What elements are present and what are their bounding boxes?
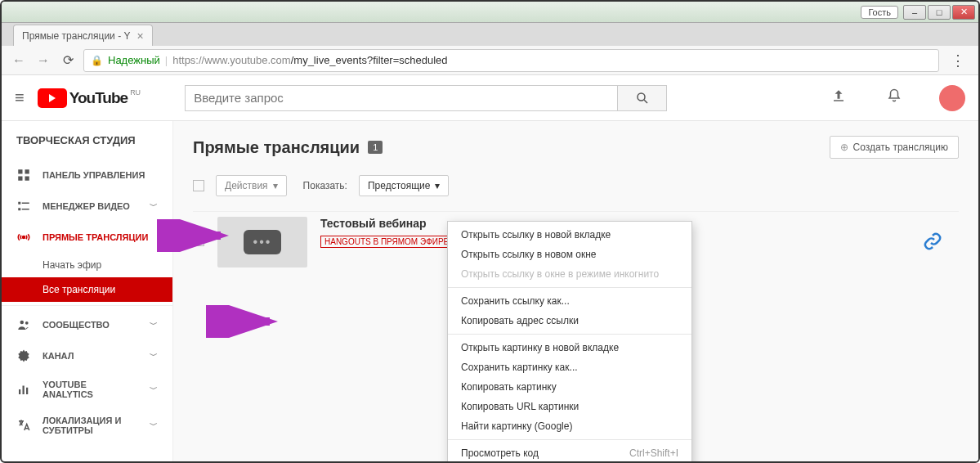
ctx-open-new-window[interactable]: Открыть ссылку в новом окне — [448, 245, 691, 264]
browser-menu-button[interactable]: ⋮ — [946, 52, 970, 70]
gear-icon — [16, 348, 31, 363]
ctx-open-new-tab[interactable]: Открыть ссылку в новой вкладке — [448, 225, 691, 245]
placeholder-icon: ••• — [244, 230, 281, 254]
window-titlebar: Гость – □ ✕ — [2, 2, 978, 23]
avatar[interactable] — [939, 85, 965, 111]
caret-down-icon: ▾ — [435, 180, 440, 191]
sidebar-label: СООБЩЕСТВО — [43, 320, 110, 330]
region-code: RU — [130, 88, 141, 97]
svg-point-11 — [23, 236, 25, 239]
filter-dropdown[interactable]: Предстоящие▾ — [359, 175, 450, 196]
sidebar-item-live[interactable]: ПРЯМЫЕ ТРАНСЛЯЦИИ — [2, 222, 172, 253]
sidebar-sub-all[interactable]: Все трансляции — [2, 277, 172, 302]
create-label: Создать трансляцию — [853, 142, 948, 153]
svg-line-1 — [644, 100, 647, 103]
ctx-save-link[interactable]: Сохранить ссылку как... — [448, 291, 691, 311]
browser-tab[interactable]: Прямые трансляции - Y × — [13, 25, 153, 46]
live-icon — [16, 230, 31, 245]
ctx-copy-image-url[interactable]: Копировать URL картинки — [448, 397, 691, 416]
close-window-button[interactable]: ✕ — [952, 5, 975, 20]
dashboard-icon — [16, 168, 31, 182]
thumbnail[interactable]: ••• — [217, 217, 307, 267]
plus-icon: ⊕ — [840, 142, 848, 153]
svg-rect-8 — [22, 203, 29, 205]
ctx-find-image[interactable]: Найти картинку (Google) — [448, 416, 691, 436]
toolbar: ← → ⟳ 🔒 Надежный | https://www.youtube.c… — [2, 46, 978, 75]
svg-rect-2 — [834, 100, 844, 101]
ctx-open-image-tab[interactable]: Открыть картинку в новой вкладке — [448, 338, 691, 357]
select-all-checkbox[interactable] — [193, 180, 204, 191]
sidebar: ТВОРЧЕСКАЯ СТУДИЯ ПАНЕЛЬ УПРАВЛЕНИЯ МЕНЕ… — [2, 121, 173, 463]
sidebar-label: ЛОКАЛИЗАЦИЯ И СУБТИТРЫ — [43, 416, 138, 435]
link-icon[interactable] — [923, 232, 942, 255]
ctx-copy-link-address[interactable]: Копировать адрес ссылки — [448, 311, 691, 330]
guest-badge[interactable]: Гость — [861, 6, 898, 19]
hangouts-live-badge: HANGOUTS В ПРЯМОМ ЭФИРЕ — [320, 236, 453, 248]
sidebar-title: ТВОРЧЕСКАЯ СТУДИЯ — [2, 121, 172, 160]
search-button[interactable] — [618, 85, 667, 111]
youtube-logo[interactable]: YouTube RU — [38, 88, 139, 108]
context-menu: Открыть ссылку в новой вкладке Открыть с… — [447, 221, 692, 463]
show-label: Показать: — [303, 180, 347, 191]
minimize-button[interactable]: – — [903, 5, 926, 20]
back-button[interactable]: ← — [10, 52, 28, 70]
svg-rect-7 — [18, 202, 20, 205]
chevron-down-icon: ﹀ — [150, 319, 158, 330]
sidebar-label: МЕНЕДЖЕР ВИДЕО — [43, 201, 130, 211]
svg-rect-17 — [26, 388, 28, 394]
secure-label: Надежный — [108, 54, 160, 66]
chevron-down-icon: ﹀ — [150, 350, 158, 362]
reload-button[interactable]: ⟳ — [59, 52, 77, 70]
chevron-down-icon: ﹀ — [150, 200, 158, 212]
sidebar-item-analytics[interactable]: YOUTUBE ANALYTICS ﹀ — [2, 371, 172, 407]
notifications-icon[interactable] — [887, 88, 906, 107]
sidebar-sub-start[interactable]: Начать эфир — [2, 253, 172, 277]
count-badge: 1 — [368, 141, 383, 154]
tab-title: Прямые трансляции - Y — [22, 30, 130, 42]
chevron-down-icon: ﹀ — [150, 420, 158, 431]
create-stream-button[interactable]: ⊕ Создать трансляцию — [830, 136, 959, 159]
play-icon — [38, 88, 67, 108]
maximize-button[interactable]: □ — [928, 5, 951, 20]
ctx-open-incognito: Открыть ссылку в окне в режиме инкогнито — [448, 264, 691, 284]
search-icon — [635, 91, 650, 106]
svg-point-13 — [25, 321, 29, 325]
community-icon — [16, 317, 31, 332]
svg-rect-6 — [25, 177, 29, 181]
menu-icon[interactable]: ≡ — [15, 88, 25, 107]
shortcut: Ctrl+Shift+I — [629, 447, 678, 459]
svg-rect-5 — [18, 177, 22, 181]
tab-close-icon[interactable]: × — [136, 29, 143, 43]
search-input[interactable] — [185, 85, 618, 111]
main-content: Прямые трансляции 1 ⊕ Создать трансляцию… — [173, 121, 978, 463]
annotation-arrow-2 — [206, 305, 280, 338]
ctx-copy-image[interactable]: Копировать картинку — [448, 377, 691, 397]
video-manager-icon — [16, 199, 31, 214]
svg-rect-4 — [25, 169, 29, 173]
ctx-inspect[interactable]: Просмотреть кодCtrl+Shift+I — [448, 443, 691, 463]
url-text: https://www.youtube.com/my_live_events?f… — [172, 54, 447, 66]
address-bar[interactable]: 🔒 Надежный | https://www.youtube.com/my_… — [83, 49, 939, 72]
svg-point-12 — [20, 321, 25, 325]
sidebar-label: ПРЯМЫЕ ТРАНСЛЯЦИИ — [43, 232, 148, 242]
actions-dropdown[interactable]: Действия▾ — [216, 175, 287, 196]
sidebar-label: YOUTUBE ANALYTICS — [43, 380, 138, 399]
svg-rect-15 — [19, 389, 20, 394]
youtube-header: ≡ YouTube RU — [2, 75, 978, 121]
upload-icon[interactable] — [831, 88, 851, 107]
sidebar-item-channel[interactable]: КАНАЛ ﹀ — [2, 340, 172, 371]
sidebar-item-video-manager[interactable]: МЕНЕДЖЕР ВИДЕО ﹀ — [2, 191, 172, 222]
sidebar-item-localization[interactable]: ЛОКАЛИЗАЦИЯ И СУБТИТРЫ ﹀ — [2, 407, 172, 443]
ctx-save-image[interactable]: Сохранить картинку как... — [448, 357, 691, 377]
page-title: Прямые трансляции — [193, 138, 360, 157]
analytics-icon — [16, 382, 31, 397]
sidebar-item-dashboard[interactable]: ПАНЕЛЬ УПРАВЛЕНИЯ — [2, 160, 172, 191]
logo-text: YouTube — [69, 89, 128, 107]
sidebar-label: ПАНЕЛЬ УПРАВЛЕНИЯ — [43, 170, 145, 180]
svg-rect-10 — [22, 209, 29, 210]
lock-icon: 🔒 — [91, 55, 103, 66]
forward-button: → — [34, 52, 52, 70]
translate-icon — [16, 418, 31, 433]
sidebar-item-community[interactable]: СООБЩЕСТВО ﹀ — [2, 305, 172, 340]
svg-point-0 — [638, 93, 645, 101]
